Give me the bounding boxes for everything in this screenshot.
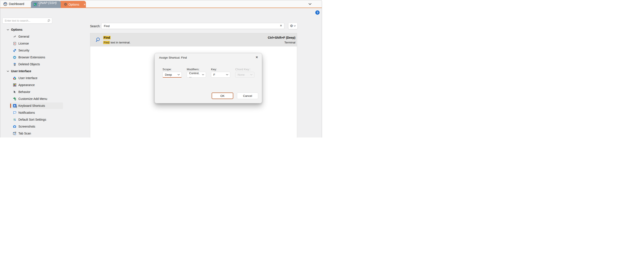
shortcut-keys: Ctrl+Shift+F (Deep) [268,36,296,39]
shortcut-row-find[interactable]: Find Ctrl+Shift+F (Deep) Find text in te… [90,33,297,46]
item-label: Screenshots [18,125,35,128]
tab-clock-icon [12,132,17,135]
shortcut-description: text in terminal. [110,41,130,44]
item-label: User Interface [18,76,38,80]
modifiers-select[interactable]: Control, ... [187,72,206,78]
sidebar-item-security[interactable]: Security [0,47,67,54]
shortcut-search-input[interactable] [101,23,284,29]
search-options-button[interactable]: ⚙ [288,23,298,29]
item-label: Security [18,49,30,52]
item-label: Customize Add Menu [18,97,47,100]
chevron-down-icon [202,74,204,75]
speech-bubble-icon [12,111,17,114]
tab-label: Dashboard [9,2,24,6]
shortcut-search: ✕ [101,23,284,29]
sidebar-item-default-sort-settings[interactable]: Default Sort Settings [0,116,67,123]
search-result-icon [95,37,100,43]
sidebar-search-input[interactable] [2,18,52,23]
sidebar-item-deleted-objects[interactable]: Deleted Objects [0,61,67,68]
group-label: User Interface [11,69,31,73]
gear-icon: ⚙ [290,24,293,28]
cursor-icon [12,90,17,94]
modifiers-value: Control, ... [189,72,202,78]
sidebar-item-license[interactable]: License [0,40,67,47]
item-label: Notifications [18,111,35,114]
chord-key-value: None [238,73,244,76]
tab-dashboard[interactable]: Dashboard [3,0,24,7]
tab-label: QNAP (SSH) * [38,1,58,8]
trash-icon [12,62,17,66]
help-button[interactable]: ? [315,10,320,15]
sidebar-group-user-interface[interactable]: User Interface [0,68,67,75]
item-label: License [18,42,29,45]
ok-button[interactable]: OK [212,92,233,99]
browser-extension-icon [12,55,17,59]
scope-value: Deep [165,73,172,76]
gear-icon: ⚙ [64,2,67,6]
shortcut-category: Terminal [284,41,296,44]
sort-arrows-icon [12,118,17,121]
key-label: Key: [211,68,217,71]
dashboard-gauge-icon [3,2,7,6]
cancel-label: Cancel [243,94,252,97]
sidebar-item-behavior[interactable]: Behavior [0,88,67,95]
clear-search-icon[interactable]: ✕ [280,24,282,27]
sidebar-item-appearance[interactable]: Appearance [0,81,67,88]
key-value: F [213,73,215,76]
tab-label: Options [68,3,79,6]
color-circles-icon [12,76,17,80]
key-select[interactable]: F [211,72,230,78]
dialog-title: Assign Shortcut: Find [159,56,187,59]
close-icon[interactable]: ✕ [84,3,86,6]
chevron-down-icon [178,74,180,75]
tab-bar: Dashboard >_ QNAP (SSH) * ⚙ Options ✕ [0,0,322,8]
chevron-down-icon [7,29,9,30]
item-label: Browser Extensions [18,55,45,59]
chevron-down-icon [250,74,252,75]
keyboard-shortcut-icon: A [12,104,17,107]
license-certificate-icon [12,42,17,45]
chevron-down-icon [294,25,296,26]
shortcut-row-text: Find Ctrl+Shift+F (Deep) Find text in te… [103,36,296,44]
ok-label: OK [220,94,224,97]
desc-highlight: Find [103,41,110,44]
scope-select[interactable]: Deep [162,72,182,78]
sidebar-search [2,18,52,23]
cancel-button[interactable]: Cancel [237,92,258,99]
tab-qnap-ssh[interactable]: >_ QNAP (SSH) * [31,1,61,8]
close-icon[interactable]: ✕ [255,55,258,59]
chevron-down-icon [7,70,9,72]
app-window: Dashboard >_ QNAP (SSH) * ⚙ Options ✕ ? … [0,0,322,137]
sidebar-item-screenshots[interactable]: Screenshots [0,123,67,130]
question-icon: ? [316,11,318,14]
chord-key-select: None [235,72,254,78]
terminal-icon: >_ [34,3,37,6]
item-label: Keyboard Shortcuts [18,104,45,107]
item-label: Appearance [18,83,35,87]
sidebar-item-tab-scan[interactable]: Tab Scan [0,130,67,137]
shield-icon [12,49,17,52]
item-label: Behavior [18,90,30,94]
chevron-down-icon [226,74,228,75]
tab-options[interactable]: ⚙ Options ✕ [59,1,86,8]
group-label: Options [11,28,22,31]
assign-shortcut-dialog: Assign Shortcut: Find ✕ Scope: Modifiers… [154,53,262,103]
sidebar-item-browser-extensions[interactable]: Browser Extensions [0,54,67,61]
options-tree: Options General License Security Browser… [0,26,67,137]
chord-key-label: Chord Key:: [235,68,250,71]
sidebar-item-general[interactable]: General [0,33,67,40]
wings-icon [12,35,17,38]
search-icon [47,19,50,22]
tab-overflow-chevron-icon[interactable] [308,3,312,5]
sidebar-item-customize-add-menu[interactable]: Customize Add Menu [0,95,67,102]
sidebar-item-user-interface[interactable]: User Interface [0,75,67,81]
camera-icon [12,125,17,128]
sidebar-group-options[interactable]: Options [0,26,67,33]
item-label: Deleted Objects [18,62,40,66]
search-label: Search: [90,24,100,28]
color-grid-icon [12,83,17,87]
sidebar-item-keyboard-shortcuts[interactable]: A Keyboard Shortcuts [0,102,67,109]
shortcut-name: Find [103,36,110,39]
sidebar-item-notifications[interactable]: Notifications [0,109,67,116]
item-label: General [18,35,29,38]
